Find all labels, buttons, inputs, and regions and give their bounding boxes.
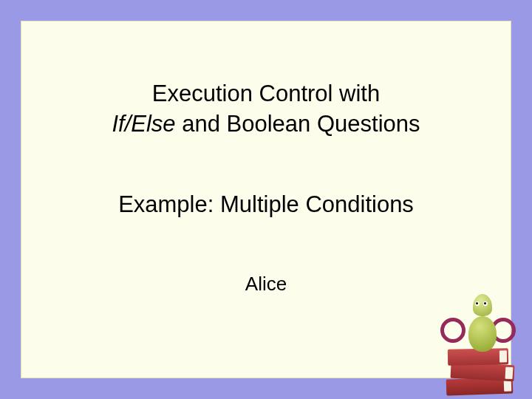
slide-subtitle: Example: Multiple Conditions bbox=[21, 191, 511, 218]
title-italic-term: If/Else bbox=[112, 111, 175, 137]
title-line-2: If/Else and Boolean Questions bbox=[21, 109, 511, 140]
title-line-2-rest: and Boolean Questions bbox=[176, 111, 420, 137]
wheel-icon bbox=[440, 318, 466, 343]
slide-title: Execution Control with If/Else and Boole… bbox=[21, 79, 511, 140]
title-line-1: Execution Control with bbox=[21, 79, 511, 109]
books-creature-clipart bbox=[437, 262, 526, 395]
creature-icon bbox=[463, 294, 502, 352]
